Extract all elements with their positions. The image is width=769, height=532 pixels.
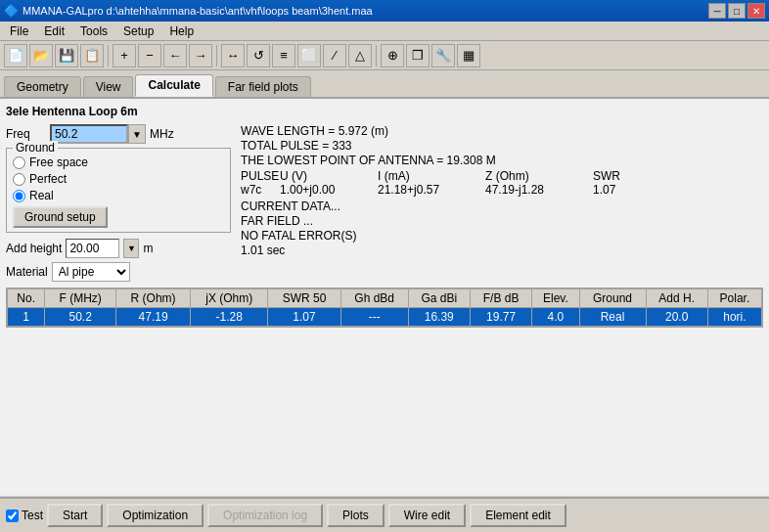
list-button[interactable]: ≡ [272,44,295,67]
col-no: No. [8,289,45,308]
app-icon: 🔷 [4,4,19,18]
u-header: U (V) [280,169,378,183]
z-val: 47.19-j1.28 [485,183,593,197]
circle-button[interactable]: ⊕ [381,44,404,67]
table-cell: 4.0 [532,308,579,327]
tab-geometry[interactable]: Geometry [4,76,81,97]
col-r: R (Ohm) [115,289,190,308]
add-height-label: Add height [6,242,62,255]
radio-freespace-input[interactable] [13,156,25,169]
title-text: MMANA-GALpro d:\ahtehha\mmana-basic\ant\… [23,5,373,17]
separator-3 [376,45,377,66]
plots-button[interactable]: Plots [327,504,384,527]
tab-calculate[interactable]: Calculate [135,74,212,97]
antenna-title: 3ele Hentenna Loop 6m [6,105,763,118]
menu-file[interactable]: File [2,22,36,40]
table-cell: 20.0 [646,308,707,327]
freq-dropdown[interactable]: ▼ [128,124,146,144]
swap-button[interactable]: ↔ [221,44,245,67]
data-table: No. F (MHz) R (Ohm) jX (Ohm) SWR 50 Gh d… [7,288,762,327]
current-data-line: CURRENT DATA... [241,200,763,213]
rect-button[interactable]: ⬜ [297,44,321,67]
menu-edit[interactable]: Edit [36,22,72,40]
tab-view[interactable]: View [83,76,134,97]
material-select[interactable]: Al pipe [52,262,130,282]
no-fatal-line: NO FATAL ERROR(S) [241,229,763,243]
start-button[interactable]: Start [47,504,103,527]
rotate-button[interactable]: ↺ [247,44,270,67]
data-table-area: No. F (MHz) R (Ohm) jX (Ohm) SWR 50 Gh d… [6,288,763,328]
maximize-button[interactable]: □ [728,3,746,19]
wrench-button[interactable]: 🔧 [431,44,455,67]
menu-help[interactable]: Help [161,22,202,40]
menu-tools[interactable]: Tools [72,22,115,40]
col-addh: Add H. [646,289,707,308]
col-f: F (MHz) [45,289,116,308]
element-edit-button[interactable]: Element edit [470,504,566,527]
ground-btn-row: Ground setup [13,206,224,228]
add-height-dropdown[interactable]: ▼ [123,239,139,258]
remove-button[interactable]: − [138,44,161,67]
add-height-row: Add height ▼ m [6,239,231,258]
table-body: 150.247.19-1.281.07---16.3919.774.0Real2… [8,308,762,327]
ground-setup-button[interactable]: Ground setup [13,206,108,228]
optimization-log-button[interactable]: Optimization log [207,504,323,527]
test-checkbox[interactable] [6,510,19,522]
close-button[interactable]: ✕ [747,3,765,19]
open-button[interactable]: 📂 [29,44,53,67]
col-swr: SWR 50 [268,289,340,308]
u-val: 1.00+j0.00 [280,183,378,197]
main-content: 3ele Hentenna Loop 6m Freq ▼ MHz Ground … [0,99,769,496]
freq-unit: MHz [150,127,174,141]
radio-perfect[interactable]: Perfect [13,172,224,186]
redo-button[interactable]: → [189,44,212,67]
table-cell: 16.39 [408,308,470,327]
add-height-input[interactable] [66,239,119,258]
wire-edit-button[interactable]: Wire edit [388,504,466,527]
title-controls: ─ □ ✕ [708,3,765,19]
table-cell: 47.19 [115,308,190,327]
z-header: Z (Ohm) [485,169,593,183]
pulse-header: PULSE [241,169,280,183]
triangle-button[interactable]: △ [348,44,372,67]
table-cell: Real [579,308,646,327]
table-cell: -1.28 [191,308,268,327]
table-row[interactable]: 150.247.19-1.281.07---16.3919.774.0Real2… [8,308,762,327]
col-fb: F/B dB [470,289,531,308]
box-button[interactable]: ❒ [406,44,430,67]
radio-real[interactable]: Real [13,189,224,202]
radio-freespace-label: Free space [29,155,88,169]
save-button[interactable]: 💾 [55,44,78,67]
new-button[interactable]: 📄 [4,44,27,67]
radio-perfect-input[interactable] [13,173,25,186]
material-label: Material [6,265,48,279]
col-ga: Ga dBi [408,289,470,308]
ground-legend: Ground [13,141,58,155]
test-checkbox-row[interactable]: Test [6,509,43,522]
add-height-unit: m [143,242,153,255]
table-cell: 50.2 [45,308,116,327]
radio-real-input[interactable] [13,190,25,202]
test-label: Test [22,509,43,522]
grid-button[interactable]: ▦ [457,44,480,67]
pulse-table: PULSE U (V) I (mA) Z (Ohm) SWR w7c 1.00+… [241,169,763,197]
right-panel: WAVE LENGTH = 5.972 (m) TOTAL PULSE = 33… [241,124,763,282]
minimize-button[interactable]: ─ [708,3,726,19]
diag-button[interactable]: ∕ [323,44,346,67]
menu-setup[interactable]: Setup [115,22,161,40]
radio-freespace[interactable]: Free space [13,155,224,169]
table-cell: 1.07 [268,308,340,327]
copy-button[interactable]: 📋 [80,44,104,67]
separator-2 [216,45,217,66]
freq-input[interactable] [50,124,128,144]
ground-group: Ground Free space Perfect Real Ground se… [6,148,231,233]
undo-button[interactable]: ← [163,44,187,67]
pulse-header-row: PULSE U (V) I (mA) Z (Ohm) SWR [241,169,763,183]
pulse-data-row: w7c 1.00+j0.00 21.18+j0.57 47.19-j1.28 1… [241,183,763,197]
lowest-point-line: THE LOWEST POINT OF ANTENNA = 19.308 M [241,154,763,167]
optimization-button[interactable]: Optimization [107,504,204,527]
tab-far-field-plots[interactable]: Far field plots [215,76,311,97]
add-button[interactable]: + [113,44,136,67]
left-panel: Freq ▼ MHz Ground Free space Perfect Rea… [6,124,231,282]
col-ground: Ground [579,289,646,308]
